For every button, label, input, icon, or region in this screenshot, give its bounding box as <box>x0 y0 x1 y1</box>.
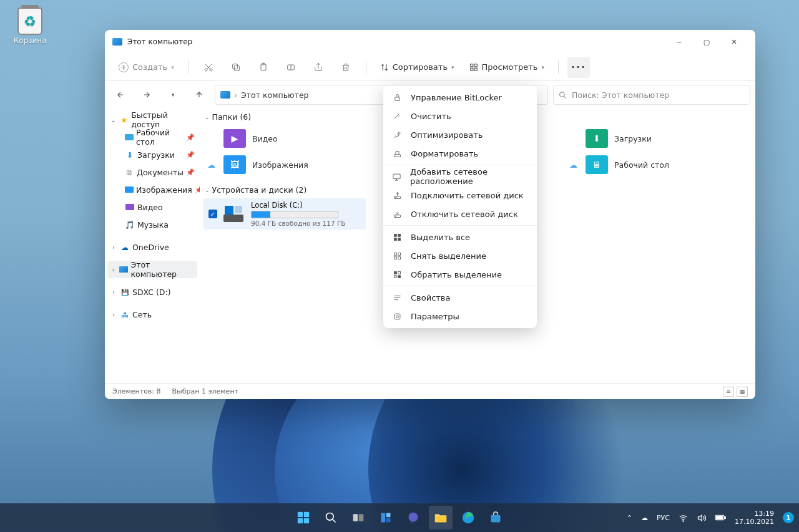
sidebar-network[interactable]: ›🖧 Сеть <box>105 306 200 323</box>
start-button[interactable] <box>292 506 315 530</box>
sort-button[interactable]: Сортировать ▾ <box>375 60 459 74</box>
copy-button[interactable] <box>225 57 247 78</box>
sidebar: ⌄★ Быстрый доступ Рабочий стол📌 ⬇ Загруз… <box>105 109 200 383</box>
pc-icon <box>220 91 230 99</box>
ctx-map-network-drive[interactable]: Подключить сетевой диск <box>383 186 537 205</box>
folder-desktop[interactable]: ☁ 🖥 Рабочий стол <box>566 152 728 178</box>
svg-rect-42 <box>359 514 364 521</box>
svg-rect-23 <box>398 234 400 236</box>
disk-subtitle: 90,4 ГБ свободно из 117 ГБ <box>251 220 346 227</box>
paste-button[interactable] <box>252 57 275 78</box>
folder-pictures[interactable]: ☁ 🖼 Изображения <box>203 152 366 178</box>
sidebar-item-videos[interactable]: Видео <box>105 198 200 216</box>
folder-videos[interactable]: ▶ Видео <box>203 125 366 152</box>
svg-rect-29 <box>398 256 400 259</box>
view-button[interactable]: Просмотреть ▾ <box>464 60 549 74</box>
new-button[interactable]: Создать ▾ <box>114 60 179 75</box>
context-menu: Управление BitLocker Очистить Оптимизиро… <box>383 85 537 328</box>
ctx-bitlocker[interactable]: Управление BitLocker <box>383 88 537 107</box>
tray-language[interactable]: РУС <box>657 514 670 522</box>
up-button[interactable] <box>189 84 210 105</box>
minimize-button[interactable]: ─ <box>665 32 693 52</box>
sidebar-this-pc[interactable]: › Этот компьютер <box>107 261 197 278</box>
tray-onedrive-icon[interactable]: ☁ <box>641 514 648 522</box>
search-icon <box>559 91 567 99</box>
system-tray: ⌃ ☁ РУС 13:19 17.10.2021 1 <box>627 510 799 526</box>
svg-rect-16 <box>394 154 400 157</box>
statusbar: Элементов: 8 Выбран 1 элемент ≡ ▦ <box>105 383 755 399</box>
titlebar[interactable]: Этот компьютер ─ ▢ ✕ <box>105 30 755 54</box>
edge-button[interactable] <box>456 506 480 530</box>
svg-rect-12 <box>223 215 243 222</box>
svg-point-50 <box>683 520 684 521</box>
ctx-cleanup[interactable]: Очистить <box>383 107 537 125</box>
svg-rect-41 <box>353 514 358 521</box>
sidebar-onedrive[interactable]: ›☁ OneDrive <box>105 238 200 256</box>
svg-rect-13 <box>225 206 233 215</box>
delete-button[interactable] <box>335 57 357 78</box>
sidebar-item-pictures[interactable]: Изображения📌 <box>105 181 200 198</box>
svg-rect-14 <box>235 206 242 213</box>
cut-button[interactable] <box>197 57 220 78</box>
disk-local-c[interactable]: ✓ Local Disk (C:) 90,4 ГБ свободно из 11… <box>203 198 366 230</box>
ctx-properties[interactable]: Свойства <box>383 288 537 307</box>
widgets-button[interactable] <box>374 506 398 530</box>
recent-button[interactable]: ▾ <box>162 84 184 105</box>
ctx-format[interactable]: Форматировать <box>383 144 537 163</box>
svg-rect-26 <box>394 253 396 255</box>
store-button[interactable] <box>484 506 507 530</box>
tray-clock[interactable]: 13:19 17.10.2021 <box>735 510 774 526</box>
svg-rect-49 <box>491 515 501 523</box>
search-input[interactable]: Поиск: Этот компьютер <box>553 85 750 105</box>
svg-point-35 <box>396 315 398 317</box>
view-grid-button[interactable]: ▦ <box>737 387 748 397</box>
sidebar-quick-access[interactable]: ⌄★ Быстрый доступ <box>105 111 200 128</box>
close-button[interactable]: ✕ <box>720 32 748 52</box>
ctx-options[interactable]: Параметры <box>383 307 537 326</box>
back-button[interactable] <box>110 84 131 105</box>
tray-wifi-icon[interactable] <box>679 513 688 523</box>
rename-button[interactable] <box>280 57 302 78</box>
taskview-button[interactable] <box>346 506 370 530</box>
ctx-optimize[interactable]: Оптимизировать <box>383 125 537 144</box>
ctx-select-all[interactable]: Выделить все <box>383 228 537 246</box>
svg-rect-3 <box>232 64 237 69</box>
explorer-button[interactable] <box>429 506 453 530</box>
tray-chevron[interactable]: ⌃ <box>627 514 632 522</box>
tray-battery-icon[interactable] <box>715 514 726 521</box>
svg-rect-37 <box>304 512 309 517</box>
svg-rect-27 <box>398 253 400 255</box>
view-list-button[interactable]: ≡ <box>723 387 734 397</box>
svg-rect-9 <box>470 68 473 70</box>
ctx-disconnect-network-drive[interactable]: Отключить сетевой диск <box>383 205 537 223</box>
svg-rect-22 <box>394 234 396 236</box>
ctx-add-network-location[interactable]: Добавить сетевое расположение <box>383 167 537 186</box>
sidebar-item-desktop[interactable]: Рабочий стол📌 <box>105 128 200 146</box>
svg-rect-15 <box>395 97 400 100</box>
svg-point-46 <box>409 513 418 522</box>
maximize-button[interactable]: ▢ <box>693 32 720 52</box>
sidebar-sdxc[interactable]: ›💾 SDXC (D:) <box>105 283 200 301</box>
more-button[interactable]: ··· <box>567 57 590 78</box>
ctx-select-none[interactable]: Снять выделение <box>383 246 537 265</box>
sidebar-item-music[interactable]: 🎵 Музыка <box>105 216 200 233</box>
sidebar-item-documents[interactable]: 🗎 Документы📌 <box>105 163 200 181</box>
forward-button[interactable] <box>136 84 157 105</box>
svg-rect-44 <box>386 513 391 518</box>
chat-button[interactable] <box>401 506 425 530</box>
disk-checkbox[interactable]: ✓ <box>208 210 217 218</box>
svg-rect-31 <box>398 271 400 274</box>
svg-rect-7 <box>470 64 473 66</box>
search-button[interactable] <box>319 506 343 530</box>
sidebar-item-downloads[interactable]: ⬇ Загрузки📌 <box>105 146 200 163</box>
taskbar[interactable]: ⌃ ☁ РУС 13:19 17.10.2021 1 <box>0 503 799 532</box>
tray-volume-icon[interactable] <box>697 513 706 523</box>
recycle-bin[interactable]: Корзина <box>7 7 52 45</box>
svg-rect-17 <box>393 174 400 179</box>
window-icon <box>112 38 122 46</box>
tray-notifications[interactable]: 1 <box>783 512 794 523</box>
ctx-invert-selection[interactable]: Обратить выделение <box>383 265 537 284</box>
share-button[interactable] <box>307 57 330 78</box>
recycle-bin-icon <box>17 7 42 35</box>
folder-downloads[interactable]: ⬇ Загрузки <box>566 125 728 152</box>
